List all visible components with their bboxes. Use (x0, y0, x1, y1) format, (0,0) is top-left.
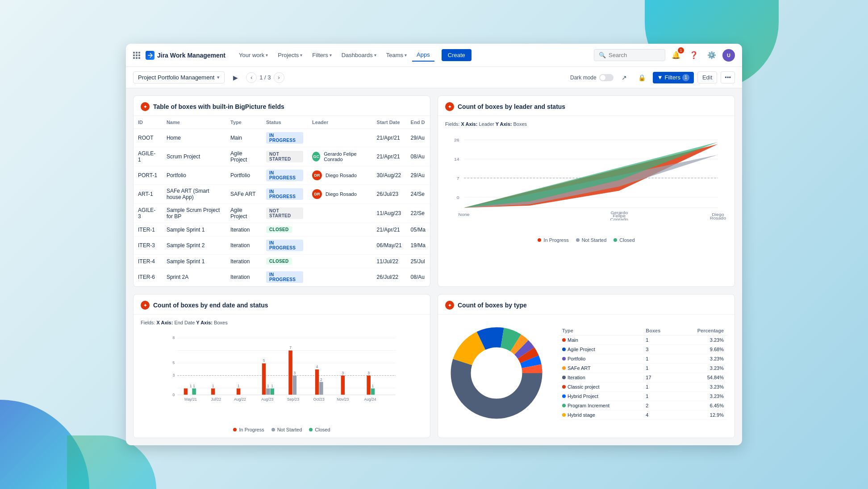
nav-your-work[interactable]: Your work ▾ (234, 49, 272, 61)
svg-rect-30 (184, 389, 188, 395)
legend-not-started: Not Started (576, 237, 607, 243)
cell-leader (308, 223, 372, 236)
grid-menu-icon[interactable] (133, 52, 140, 59)
svg-text:0: 0 (457, 195, 459, 199)
leader-area-chart: 26 14 7 0 None Gerardo Felipe Conrado Di… (438, 136, 734, 234)
nav-menu: Your work ▾ Projects ▾ Filters ▾ Dashboa… (234, 49, 434, 62)
cell-name: Home (162, 129, 226, 147)
dark-mode-switch[interactable] (599, 74, 613, 81)
donut-table-row: Classic project 1 3.23% (559, 382, 727, 392)
search-box[interactable]: 🔍 (594, 49, 665, 61)
svg-text:Conrado: Conrado (610, 217, 629, 220)
table-row: ITER-6 Sprint 2A Iteration IN PROGRESS 2… (134, 268, 430, 286)
cell-leader (308, 204, 372, 223)
help-button[interactable]: ❓ (687, 48, 701, 62)
toggle-knob (600, 75, 605, 80)
table-row: ITER-1 Sample Sprint 1 Iteration CLOSED … (134, 223, 430, 236)
svg-text:Aug/24: Aug/24 (364, 397, 376, 402)
edit-button[interactable]: Edit (697, 71, 717, 83)
nav-filters[interactable]: Filters ▾ (308, 49, 336, 61)
play-button[interactable]: ▶ (230, 72, 241, 83)
svg-text:1: 1 (271, 384, 273, 388)
col-start: Start Date (372, 116, 406, 129)
cell-type: Agile Project (226, 204, 262, 223)
svg-marker-12 (464, 142, 718, 207)
bar-chart-fields-area: Fields: X Axis: End Date Y Axis: Boxes (134, 315, 430, 334)
donut-chart-title: Count of boxes by type (458, 302, 527, 309)
donut-cell-count: 1 (642, 364, 676, 373)
create-button[interactable]: Create (442, 49, 472, 61)
donut-cell-count: 1 (642, 392, 676, 401)
filters-label: Filters (665, 74, 680, 81)
notifications-button[interactable]: 🔔 1 (669, 48, 683, 62)
table-row: ART-1 SAFe ART (Smart house App) SAFe AR… (134, 185, 430, 204)
svg-text:May/21: May/21 (184, 397, 197, 402)
donut-chart-icon: ✦ (445, 301, 454, 310)
nav-right: 🔍 🔔 1 ❓ ⚙️ U (594, 48, 735, 62)
table-panel-header: ✦ Table of boxes with built-in BigPictur… (134, 96, 430, 116)
svg-rect-45 (288, 351, 292, 395)
donut-cell-type: Iteration (559, 373, 642, 382)
leader-chart-header: ✦ Count of boxes by leader and status (438, 96, 734, 116)
cell-id: ITER-6 (134, 268, 162, 286)
cell-status: IN PROGRESS (262, 129, 308, 147)
bar-closed-label: Closed (315, 427, 330, 432)
nav-teams[interactable]: Teams ▾ (382, 49, 411, 61)
project-selector[interactable]: Project Portfolio Management ▾ (133, 71, 225, 83)
bar-chart-panel: ✦ Count of boxes by end date and status … (133, 294, 430, 438)
svg-rect-49 (315, 369, 319, 395)
donut-table-row: Agile Project 3 9.68% (559, 345, 727, 354)
svg-text:8: 8 (173, 336, 175, 340)
col-end: End D (406, 116, 430, 129)
cell-type: Iteration (226, 223, 262, 236)
cell-id: ROOT (134, 129, 162, 147)
more-options-button[interactable]: ••• (721, 71, 735, 83)
svg-text:0: 0 (173, 393, 175, 397)
next-page-button[interactable]: › (274, 72, 284, 83)
cell-leader: DRDiego Rosado (308, 166, 372, 185)
settings-button[interactable]: ⚙️ (705, 48, 719, 62)
svg-text:5: 5 (263, 358, 265, 363)
prev-page-button[interactable]: ‹ (246, 72, 257, 83)
cell-id: PORT-1 (134, 166, 162, 185)
donut-col-boxes: Boxes (642, 326, 676, 336)
cell-type: Portfolio (226, 166, 262, 185)
table-row: ITER-3 Sample Sprint 2 Iteration IN PROG… (134, 236, 430, 255)
col-leader: Leader (308, 116, 372, 129)
nav-dashboards[interactable]: Dashboards ▾ (337, 49, 381, 61)
bar-in-progress-dot (233, 428, 237, 431)
svg-text:1: 1 (372, 384, 374, 388)
cell-start: 11/Jul/22 (372, 255, 406, 268)
svg-rect-37 (237, 389, 241, 395)
cell-end: 25/Jul (406, 255, 430, 268)
user-avatar[interactable]: U (722, 49, 735, 62)
cell-status: NOT STARTED (262, 147, 308, 166)
svg-text:Nov/23: Nov/23 (337, 397, 349, 402)
cell-start: 30/Aug/22 (372, 166, 406, 185)
cell-start: 06/May/21 (372, 236, 406, 255)
page-info: 1 / 3 (259, 74, 271, 81)
cell-status: IN PROGRESS (262, 268, 308, 286)
cell-end: 08/Au (406, 147, 430, 166)
donut-cell-pct: 3.23% (676, 354, 728, 364)
cell-start: 21/Apr/21 (372, 147, 406, 166)
search-input[interactable] (609, 52, 660, 58)
cell-end: 22/Se (406, 204, 430, 223)
svg-rect-53 (341, 376, 345, 395)
leader-chart-legend: In Progress Not Started Closed (438, 234, 734, 248)
nav-apps[interactable]: Apps (412, 49, 434, 62)
cell-status: CLOSED (262, 255, 308, 268)
donut-cell-pct: 9.68% (676, 345, 728, 354)
cell-start: 21/Apr/21 (372, 129, 406, 147)
filters-button[interactable]: ▼ Filters 1 (653, 72, 694, 83)
donut-cell-count: 17 (642, 373, 676, 382)
lock-button[interactable]: 🔒 (635, 70, 649, 85)
share-button[interactable]: ↗ (617, 70, 631, 85)
nav-projects[interactable]: Projects ▾ (273, 49, 307, 61)
cell-status: CLOSED (262, 223, 308, 236)
closed-dot (613, 238, 617, 242)
cell-name: Sample Sprint 1 (162, 255, 226, 268)
pagination-arrows: ‹ 1 / 3 › (246, 72, 284, 83)
cell-status: NOT STARTED (262, 204, 308, 223)
cell-status: IN PROGRESS (262, 236, 308, 255)
